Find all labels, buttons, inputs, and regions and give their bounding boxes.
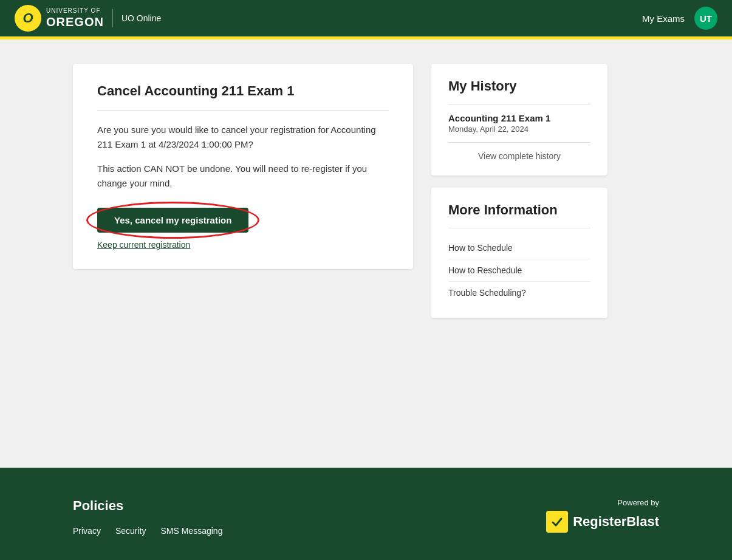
history-item-title: Accounting 211 Exam 1 xyxy=(448,113,590,123)
powered-by-text: Powered by xyxy=(617,498,659,507)
cancel-body-paragraph-2: This action CAN NOT be undone. You will … xyxy=(97,162,389,191)
cancel-card: Cancel Accounting 211 Exam 1 Are you sur… xyxy=(73,64,413,269)
sms-messaging-link[interactable]: SMS Messaging xyxy=(160,526,222,536)
my-exams-link[interactable]: My Exams xyxy=(642,13,685,24)
footer-policies-title: Policies xyxy=(73,498,222,514)
cancel-btn-wrapper: Yes, cancel my registration xyxy=(97,208,248,233)
cancel-actions: Yes, cancel my registration Keep current… xyxy=(97,208,389,250)
footer-left: Policies Privacy Security SMS Messaging xyxy=(73,498,222,536)
footer-right: Powered by RegisterBlast xyxy=(546,498,659,533)
oregon-label: Oregon xyxy=(46,15,104,29)
footer: Policies Privacy Security SMS Messaging … xyxy=(0,468,732,560)
my-history-title: My History xyxy=(448,78,590,94)
view-history-divider xyxy=(448,142,590,143)
header-right: My Exams UT xyxy=(642,7,717,30)
uo-online-label: UO Online xyxy=(121,13,161,23)
uo-logo-text: University of Oregon xyxy=(46,7,104,29)
header-divider xyxy=(112,9,113,27)
university-label: University of xyxy=(46,7,104,15)
header: O University of Oregon UO Online My Exam… xyxy=(0,0,732,36)
uo-logo-icon: O xyxy=(15,5,41,32)
trouble-scheduling-link[interactable]: Trouble Scheduling? xyxy=(448,282,590,304)
registerblast-brand-text: RegisterBlast xyxy=(573,514,659,530)
history-item-date: Monday, April 22, 2024 xyxy=(448,125,590,134)
cancel-card-body: Are you sure you would like to cancel yo… xyxy=(97,123,389,191)
uo-logo: O University of Oregon xyxy=(15,5,104,32)
history-divider xyxy=(448,104,590,104)
header-left: O University of Oregon UO Online xyxy=(15,5,161,32)
main-content: Cancel Accounting 211 Exam 1 Are you sur… xyxy=(0,39,732,468)
footer-links: Privacy Security SMS Messaging xyxy=(73,526,222,536)
keep-registration-link[interactable]: Keep current registration xyxy=(97,240,190,250)
cancel-card-title: Cancel Accounting 211 Exam 1 xyxy=(97,83,389,111)
my-history-card: My History Accounting 211 Exam 1 Monday,… xyxy=(431,64,607,176)
privacy-link[interactable]: Privacy xyxy=(73,526,101,536)
more-information-card: More Information How to Schedule How to … xyxy=(431,188,607,318)
security-link[interactable]: Security xyxy=(115,526,146,536)
info-divider xyxy=(448,228,590,228)
registerblast-logo: RegisterBlast xyxy=(546,511,659,533)
registerblast-icon xyxy=(546,511,568,533)
view-complete-history-link[interactable]: View complete history xyxy=(448,151,590,161)
how-to-reschedule-link[interactable]: How to Reschedule xyxy=(448,259,590,282)
yes-cancel-button[interactable]: Yes, cancel my registration xyxy=(97,208,248,233)
how-to-schedule-link[interactable]: How to Schedule xyxy=(448,237,590,259)
cancel-body-paragraph-1: Are you sure you would like to cancel yo… xyxy=(97,123,389,152)
history-item: Accounting 211 Exam 1 Monday, April 22, … xyxy=(448,113,590,134)
more-information-title: More Information xyxy=(448,202,590,218)
user-avatar[interactable]: UT xyxy=(694,7,717,30)
sidebar: My History Accounting 211 Exam 1 Monday,… xyxy=(431,64,607,318)
